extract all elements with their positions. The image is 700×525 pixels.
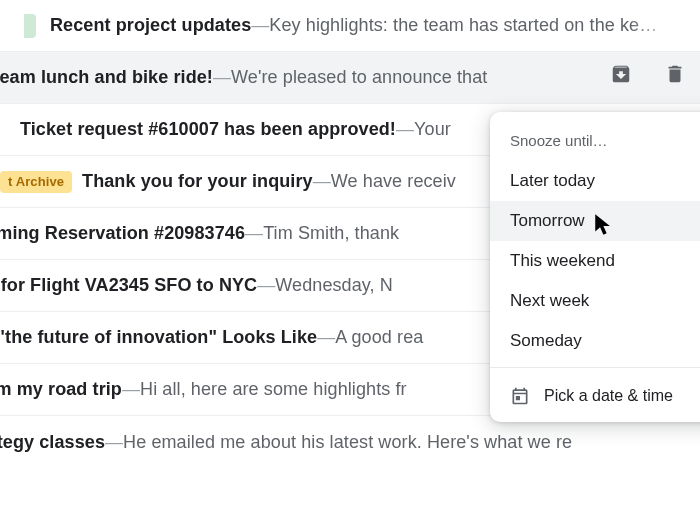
snooze-popover: Snooze until… Later today Tomorrow T Thi… (490, 112, 700, 422)
email-preview: Hi all, here are some highlights fr (140, 379, 407, 400)
email-subject: Recent project updates (50, 15, 251, 36)
subject-preview-separator: — (317, 327, 335, 348)
snooze-pick-label: Pick a date & time (544, 387, 673, 405)
snooze-option-label: Tomorrow (510, 211, 585, 231)
snooze-option-later-today[interactable]: Later today (490, 161, 700, 201)
snooze-option-someday[interactable]: Someday (490, 321, 700, 361)
email-preview: We have receiv (331, 171, 456, 192)
archive-button[interactable] (608, 61, 634, 87)
email-preview: Key highlights: the team has started on … (269, 15, 657, 36)
subject-preview-separator: — (313, 171, 331, 192)
email-row[interactable]: ct Strategy classes — He emailed me abou… (0, 416, 700, 468)
subject-preview-separator: — (396, 119, 414, 140)
email-list-view: Recent project updates — Key highlights:… (0, 0, 700, 525)
snooze-pick-date-time[interactable]: Pick a date & time (490, 374, 700, 414)
email-preview: We're pleased to announce that (231, 67, 487, 88)
email-subject: Ticket request #610007 has been approved… (20, 119, 396, 140)
email-subject: mation for Flight VA2345 SFO to NYC (0, 275, 257, 296)
snooze-option-label: Someday (510, 331, 582, 351)
email-subject: ct Strategy classes (0, 432, 105, 453)
popover-divider (490, 367, 700, 368)
subject-preview-separator: — (122, 379, 140, 400)
email-preview: Tim Smith, thank (263, 223, 399, 244)
email-row[interactable]: for team lunch and bike ride! — We're pl… (0, 52, 700, 104)
snooze-option-tomorrow[interactable]: Tomorrow T (490, 201, 700, 241)
snooze-option-this-weekend[interactable]: This weekend S (490, 241, 700, 281)
subject-preview-separator: — (251, 15, 269, 36)
email-preview: He emailed me about his latest work. Her… (123, 432, 572, 453)
snooze-option-label: Next week (510, 291, 589, 311)
label-chip-edge (24, 14, 36, 38)
delete-button[interactable] (662, 61, 688, 87)
snooze-option-label: This weekend (510, 251, 615, 271)
email-preview: Your (414, 119, 451, 140)
email-subject: pcoming Reservation #20983746 (0, 223, 245, 244)
label-chip-archive: t Archive (0, 171, 72, 193)
calendar-icon (510, 386, 530, 406)
email-subject: s from my road trip (0, 379, 122, 400)
archive-icon (610, 63, 632, 85)
trash-icon (664, 63, 686, 85)
email-preview: Wednesday, N (275, 275, 393, 296)
snooze-title: Snooze until… (490, 122, 700, 161)
email-preview: A good rea (335, 327, 423, 348)
email-subject: for team lunch and bike ride! (0, 67, 213, 88)
snooze-option-label: Later today (510, 171, 595, 191)
fade-overlay (630, 416, 700, 468)
subject-preview-separator: — (105, 432, 123, 453)
subject-preview-separator: — (245, 223, 263, 244)
subject-preview-separator: — (257, 275, 275, 296)
email-subject: hat "the future of innovation" Looks Lik… (0, 327, 317, 348)
snooze-option-next-week[interactable]: Next week M (490, 281, 700, 321)
email-subject: Thank you for your inquiry (82, 171, 313, 192)
subject-preview-separator: — (213, 67, 231, 88)
email-row[interactable]: Recent project updates — Key highlights:… (0, 0, 700, 52)
row-hover-actions (608, 61, 688, 87)
